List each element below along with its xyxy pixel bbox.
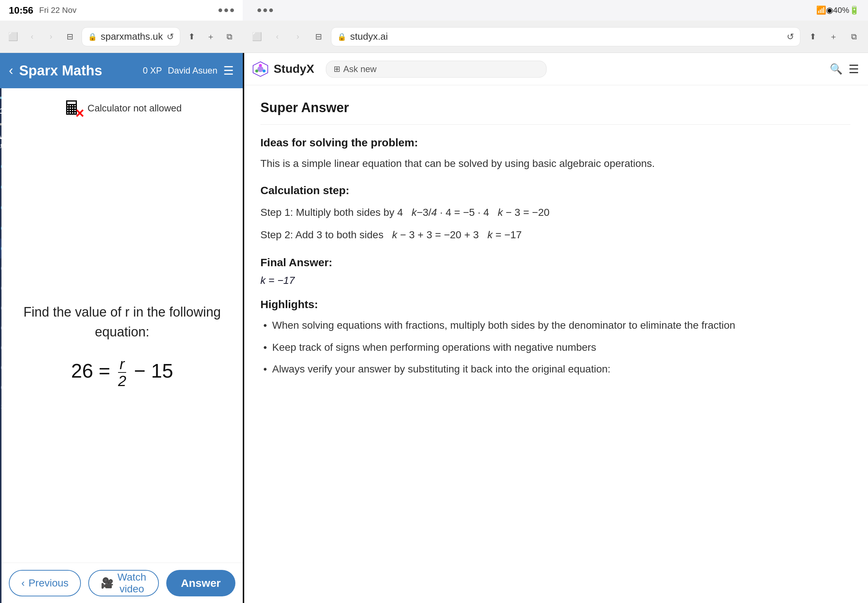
question-equation: 26 = r 2 − 15 [71, 357, 173, 388]
battery-icon: 🔋 [849, 6, 859, 15]
ask-new-bar[interactable]: ⊞ Ask new [326, 61, 546, 77]
add-tab-right[interactable]: ＋ [825, 29, 842, 45]
answer-label: Answer [181, 577, 221, 589]
center-divider [243, 53, 244, 603]
tabs-btn-right[interactable]: ⧉ [846, 29, 862, 45]
sidebar-toggle-right[interactable]: ⬜ [249, 29, 265, 45]
refresh-btn-left[interactable]: ↺ [167, 32, 174, 42]
calc-icon-container: 🖩 ✕ [62, 97, 82, 119]
lock-icon-right: 🔒 [337, 32, 347, 41]
eq-fraction: r 2 [118, 357, 126, 388]
right-dots [257, 8, 273, 12]
previous-button[interactable]: ‹ Previous [9, 570, 81, 596]
sidebar-toggle-left[interactable]: ⬜ [6, 29, 20, 45]
sparx-menu-icon[interactable]: ☰ [223, 63, 234, 77]
right-status-bar: 📶 ◉ 40% 🔋 [243, 0, 868, 20]
svg-point-4 [257, 66, 263, 72]
calc-heading: Calculation step: [260, 184, 850, 197]
final-answer: k = −17 [260, 275, 850, 286]
share-btn-left[interactable]: ⬆ [185, 29, 199, 45]
watch-video-label: Watch video [117, 571, 146, 595]
step1-text: Step 1: Multiply both sides by 4 k−3/4 ·… [260, 203, 850, 222]
question-area: Find the value of r in the following equ… [2, 128, 243, 563]
sparx-back-button[interactable]: ‹ [9, 63, 13, 78]
sparx-title: Sparx Maths [19, 63, 137, 79]
watch-video-button[interactable]: 🎥 Watch video [88, 570, 158, 596]
calculator-notice: 🖩 ✕ Calculator not allowed [2, 88, 243, 128]
back-btn-right[interactable]: ‹ [269, 29, 285, 45]
ideas-heading: Ideas for solving the problem: [260, 136, 850, 149]
super-answer-title: Super Answer [260, 100, 850, 125]
svg-point-5 [259, 64, 262, 67]
highlight-item-2: Keep track of signs when performing oper… [263, 339, 850, 356]
back-btn-left[interactable]: ‹ [25, 29, 39, 45]
url-text-right: studyx.ai [350, 31, 783, 42]
ask-new-label: Ask new [343, 64, 377, 74]
step2-text: Step 2: Add 3 to both sides k − 3 + 3 = … [260, 225, 850, 244]
ask-new-icon: ⊞ [334, 64, 340, 74]
svg-point-6 [263, 70, 266, 73]
studyx-logo-text: StudyX [274, 62, 314, 76]
signal-icon: ◉ [826, 6, 833, 15]
studyx-menu-icon[interactable]: ☰ [848, 62, 859, 76]
sparx-panel: ‹ Sparx Maths 0 XP David Asuen ☰ 4/12 [0, 53, 243, 603]
eq-minus15: − 15 [134, 360, 173, 382]
studyx-logo: StudyX [252, 60, 314, 78]
sparx-user: David Asuen [168, 65, 217, 76]
right-browser-chrome: ⬜ ‹ › ⊟ 🔒 studyx.ai ↺ ⬆ ＋ ⧉ [243, 20, 868, 53]
sparx-bottom-bar: ‹ Previous 🎥 Watch video Answer [2, 563, 243, 603]
reader-btn-left[interactable]: ⊟ [62, 29, 77, 45]
lock-icon-left: 🔒 [88, 32, 97, 41]
url-bar-right[interactable]: 🔒 studyx.ai ↺ [331, 27, 800, 46]
status-date: Fri 22 Nov [39, 6, 76, 15]
studyx-content: Super Answer Ideas for solving the probl… [243, 85, 868, 603]
tabs-btn-left[interactable]: ⧉ [223, 29, 237, 45]
highlights-heading: Highlights: [260, 298, 850, 311]
sparx-header: ‹ Sparx Maths 0 XP David Asuen ☰ [0, 53, 243, 88]
url-bar-left[interactable]: 🔒 sparxmaths.uk ↺ [82, 27, 180, 46]
studyx-logo-icon [252, 60, 269, 78]
main-area: ‹ Sparx Maths 0 XP David Asuen ☰ 4/12 [0, 53, 868, 603]
forward-btn-right[interactable]: › [290, 29, 306, 45]
question-text: Find the value of r in the following equ… [16, 302, 228, 342]
reader-btn-right[interactable]: ⊟ [310, 29, 326, 45]
add-tab-left[interactable]: ＋ [203, 29, 218, 45]
calculator-label: Calculator not allowed [88, 102, 182, 115]
sparx-main: 🖩 ✕ Calculator not allowed Find the valu… [2, 88, 243, 603]
frac-numerator: r [119, 357, 124, 371]
studyx-header: StudyX ⊞ Ask new 🔍 ☰ [243, 53, 868, 85]
wifi-icon: 📶 [816, 6, 826, 15]
url-text-left: sparxmaths.uk [101, 31, 163, 42]
refresh-btn-right[interactable]: ↺ [787, 32, 794, 42]
highlight-item-3: Always verify your answer by substitutin… [263, 360, 850, 378]
left-status-bar: 10:56 Fri 22 Nov [0, 0, 243, 20]
calc-x-icon: ✕ [75, 107, 85, 121]
forward-btn-left[interactable]: › [44, 29, 58, 45]
frac-denominator: 2 [118, 374, 126, 388]
sparx-xp: 0 XP [143, 65, 162, 76]
studyx-search-icon[interactable]: 🔍 [830, 63, 843, 75]
status-time: 10:56 [9, 5, 34, 16]
highlights-list: When solving equations with fractions, m… [260, 317, 850, 378]
previous-chevron-icon: ‹ [21, 577, 25, 589]
answer-button[interactable]: Answer [166, 570, 235, 596]
eq-26: 26 [71, 360, 93, 382]
share-btn-right[interactable]: ⬆ [805, 29, 821, 45]
studyx-panel: StudyX ⊞ Ask new 🔍 ☰ Super Answer Ideas … [243, 53, 868, 603]
left-browser-chrome: ⬜ ‹ › ⊟ 🔒 sparxmaths.uk ↺ ⬆ ＋ ⧉ [0, 20, 243, 53]
dots-indicator [218, 8, 234, 12]
video-icon: 🎥 [101, 577, 114, 589]
final-heading: Final Answer: [260, 256, 850, 269]
sparx-body: 4/12 Solving equations Q1 ✓ Q2 ✓ Q3 ✓ [0, 88, 243, 603]
svg-point-7 [255, 70, 258, 73]
eq-equals: = [99, 360, 116, 382]
highlight-item-1: When solving equations with fractions, m… [263, 317, 850, 334]
previous-label: Previous [28, 577, 68, 589]
battery-percent: 40% [833, 6, 849, 15]
ideas-text: This is a simple linear equation that ca… [260, 155, 850, 172]
